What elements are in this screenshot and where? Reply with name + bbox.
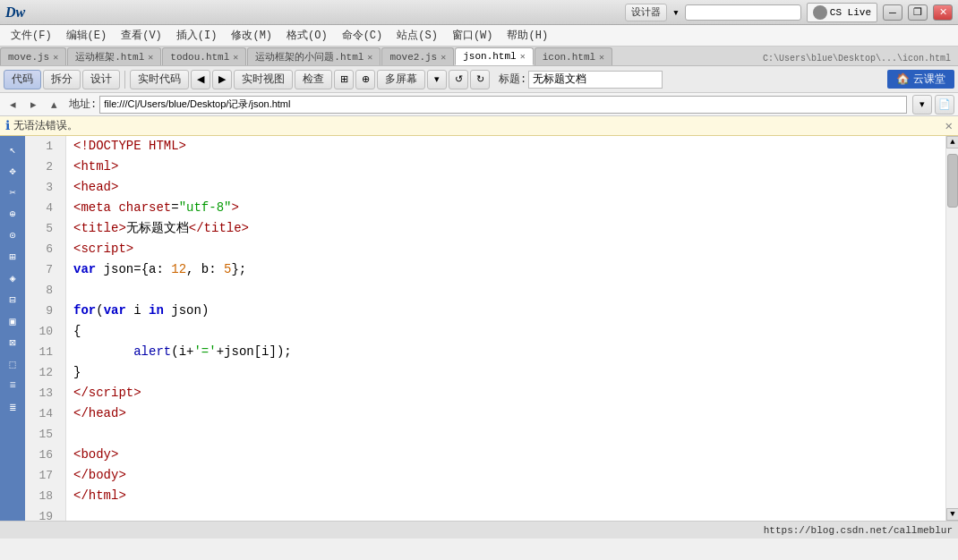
tab-close-icon[interactable]: ✕ [520, 51, 526, 62]
tab-close-icon[interactable]: ✕ [148, 52, 153, 63]
line-num-5: 5 [25, 218, 58, 239]
info-close-button[interactable]: ✕ [945, 118, 953, 133]
sidebar-tool-grid[interactable]: ⊞ [3, 247, 22, 267]
code-area[interactable]: <!DOCTYPE HTML> <html> <head> <meta char… [66, 136, 945, 521]
sidebar-tool-zoom[interactable]: ⊕ [3, 204, 22, 224]
tab-todou[interactable]: todou.html ✕ [162, 47, 246, 65]
close-button[interactable]: ✕ [933, 4, 953, 21]
realtime-code-button[interactable]: 实时代码 [130, 70, 189, 89]
title-bar: Dw 设计器 ▾ CS Live ─ ❐ ✕ [0, 0, 958, 25]
info-bar: ℹ 无语法错误。 ✕ [0, 116, 958, 136]
tab-motion-frame[interactable]: 运动框架.html ✕ [67, 47, 161, 65]
tab-label: 运动框架.html [75, 50, 144, 64]
code-button[interactable]: 代码 [4, 70, 41, 89]
tab-close-icon[interactable]: ✕ [441, 52, 446, 63]
sidebar-tool-diamond[interactable]: ◈ [3, 268, 22, 288]
scrollbar-down-arrow[interactable]: ▼ [946, 508, 958, 521]
sidebar-tool-square[interactable]: ▣ [3, 311, 22, 331]
designer-button[interactable]: 设计器 [625, 4, 667, 21]
menu-format[interactable]: 格式(O) [279, 26, 335, 45]
status-url: https://blog.csdn.net/callmeblur [764, 525, 953, 536]
minimize-button[interactable]: ─ [883, 4, 902, 21]
menu-command[interactable]: 命令(C) [335, 26, 390, 45]
multi-screen-button[interactable]: 多屏幕 [377, 70, 425, 89]
back-button[interactable]: ◂ [4, 97, 21, 113]
address-input[interactable] [99, 96, 907, 114]
check-button[interactable]: 检查 [295, 70, 332, 89]
browse-icon[interactable]: ▾ [912, 95, 932, 115]
split-button[interactable]: 拆分 [43, 70, 81, 89]
line-num-14: 14 [25, 403, 58, 424]
line-num-12: 12 [25, 362, 58, 383]
realtime-code-icon2[interactable]: ▶ [212, 70, 232, 89]
scrollbar-up-arrow[interactable]: ▲ [946, 136, 958, 148]
right-scrollbar[interactable]: ▲ ▼ [945, 136, 958, 521]
tab-close-icon[interactable]: ✕ [367, 52, 372, 63]
sidebar-tool-crop[interactable]: ✂ [3, 182, 22, 202]
menu-modify[interactable]: 修改(M) [224, 26, 279, 45]
realtime-code-icon1[interactable]: ◀ [191, 70, 210, 89]
tab-move2-js[interactable]: move2.js ✕ [381, 47, 454, 65]
tab-motion-small[interactable]: 运动框架的小问题.html ✕ [247, 47, 381, 65]
menu-help[interactable]: 帮助(H) [500, 26, 555, 45]
code-line-2: <html> [73, 157, 938, 177]
file-icon[interactable]: 📄 [935, 95, 954, 115]
up-button[interactable]: ▴ [45, 97, 63, 113]
code-line-8 [73, 280, 938, 301]
sidebar-tool-circle[interactable]: ⊙ [3, 225, 22, 245]
menu-edit[interactable]: 编辑(E) [59, 26, 115, 45]
code-line-4: <meta charset="utf-8"> [73, 198, 938, 218]
scrollbar-thumb[interactable] [947, 154, 958, 208]
sidebar-tool-lines[interactable]: ≡ [3, 376, 22, 395]
check-icon1[interactable]: ⊞ [334, 70, 354, 89]
cs-live-button[interactable]: CS Live [807, 3, 877, 22]
sidebar-tool-minus[interactable]: ⊟ [3, 290, 22, 310]
design-button[interactable]: 设计 [82, 70, 120, 89]
menu-file[interactable]: 文件(F) [4, 26, 59, 45]
check-icon2[interactable]: ⊕ [355, 70, 375, 89]
forward-icon[interactable]: ↻ [470, 70, 490, 89]
line-num-6: 6 [25, 239, 58, 259]
sidebar-tool-frame[interactable]: ⬚ [3, 354, 22, 374]
forward-button[interactable]: ▸ [24, 97, 42, 113]
menu-site[interactable]: 站点(S) [389, 26, 445, 45]
tab-close-icon[interactable]: ✕ [233, 52, 238, 63]
title-input[interactable] [528, 71, 663, 89]
info-icon: ℹ [5, 118, 10, 133]
line-num-10: 10 [25, 321, 58, 342]
code-line-17: </body> [73, 465, 938, 486]
line-num-7: 7 [25, 259, 58, 280]
tab-close-icon[interactable]: ✕ [599, 52, 604, 63]
search-input[interactable] [685, 4, 801, 21]
menu-insert[interactable]: 插入(I) [169, 26, 225, 45]
tab-move-js[interactable]: move.js ✕ [0, 47, 66, 65]
separator [124, 71, 125, 89]
tab-label: todou.html [170, 52, 229, 63]
sidebar-tool-cross[interactable]: ⊠ [3, 333, 22, 352]
address-label: 地址: [69, 97, 97, 112]
multi-screen-dropdown[interactable]: ▾ [427, 70, 447, 89]
code-line-14: </head> [73, 403, 938, 424]
maximize-button[interactable]: ❐ [908, 4, 928, 21]
tab-json-html[interactable]: json.html ✕ [455, 47, 533, 65]
line-num-8: 8 [25, 280, 58, 301]
title-bar-left: Dw [5, 4, 25, 21]
menu-bar: 文件(F) 编辑(E) 查看(V) 插入(I) 修改(M) 格式(O) 命令(C… [0, 25, 958, 47]
sidebar-tool-menu[interactable]: ≣ [3, 397, 22, 417]
tab-label: icon.html [543, 52, 595, 63]
realtime-view-button[interactable]: 实时视图 [234, 70, 293, 89]
cs-live-label: CS Live [830, 7, 871, 18]
code-line-13: </script> [73, 383, 938, 403]
refresh-icon[interactable]: ↺ [449, 70, 468, 89]
code-line-1: <!DOCTYPE HTML> [73, 136, 938, 157]
line-num-11: 11 [25, 342, 58, 362]
sidebar-tool-move[interactable]: ✥ [3, 161, 22, 181]
tab-close-icon[interactable]: ✕ [53, 52, 58, 63]
menu-window[interactable]: 窗口(W) [445, 26, 500, 45]
tab-icon-html[interactable]: icon.html ✕ [535, 47, 612, 65]
code-line-5: <title>无标题文档</title> [73, 218, 938, 239]
line-num-13: 13 [25, 383, 58, 403]
cs-icon [813, 5, 827, 20]
menu-view[interactable]: 查看(V) [114, 26, 169, 45]
sidebar-tool-select[interactable]: ↖ [3, 140, 22, 159]
